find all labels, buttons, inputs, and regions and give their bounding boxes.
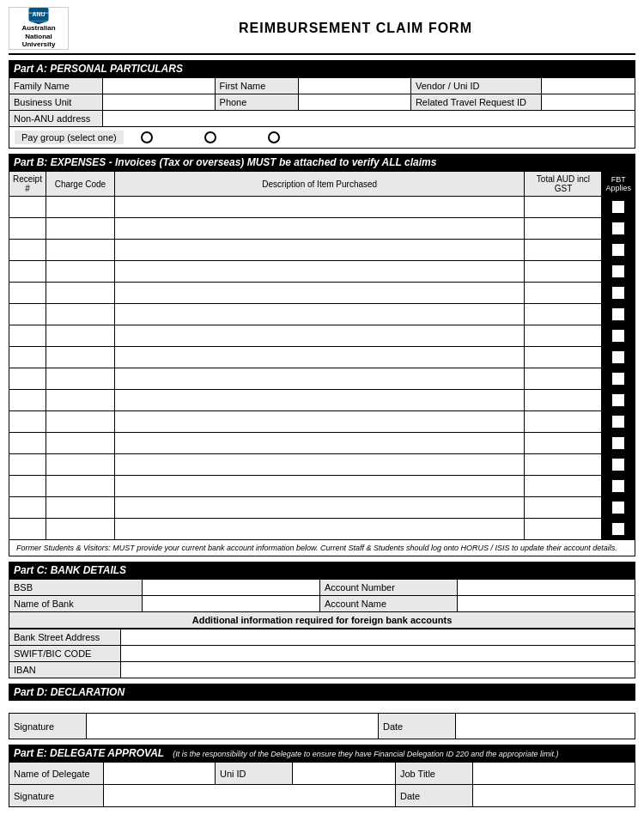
expense-description[interactable] — [114, 519, 525, 540]
expense-total[interactable] — [525, 390, 602, 411]
expense-charge-code[interactable] — [46, 497, 114, 519]
expense-total[interactable] — [525, 433, 602, 454]
expense-receipt-num[interactable] — [9, 433, 46, 454]
expense-description[interactable] — [114, 197, 525, 218]
expense-charge-code[interactable] — [46, 240, 114, 261]
iban-value[interactable] — [121, 662, 635, 678]
expense-fbt-checkbox[interactable] — [611, 458, 625, 471]
expense-receipt-num[interactable] — [9, 347, 46, 368]
first-name-value[interactable] — [299, 78, 411, 94]
expense-receipt-num[interactable] — [9, 197, 46, 218]
expense-fbt-checkbox[interactable] — [611, 222, 625, 235]
expense-charge-code[interactable] — [46, 283, 114, 304]
account-number-value[interactable] — [458, 580, 635, 596]
expense-fbt-checkbox[interactable] — [611, 350, 625, 364]
uni-id-value[interactable] — [293, 763, 396, 785]
expense-fbt-checkbox[interactable] — [611, 372, 625, 386]
delegate-signature-value[interactable] — [104, 785, 396, 807]
expense-total[interactable] — [525, 347, 602, 368]
expense-description[interactable] — [114, 240, 525, 261]
expense-fbt-checkbox[interactable] — [611, 522, 625, 536]
delegate-date-value[interactable] — [473, 785, 635, 807]
name-of-delegate-value[interactable] — [104, 763, 216, 785]
non-anu-value[interactable] — [103, 111, 635, 127]
expense-fbt-checkbox[interactable] — [611, 501, 625, 514]
radio-option-2[interactable] — [204, 131, 216, 143]
expense-description[interactable] — [114, 283, 525, 304]
expense-total[interactable] — [525, 519, 602, 540]
expense-total[interactable] — [525, 240, 602, 261]
expense-description[interactable] — [114, 454, 525, 476]
vendor-uni-id-value[interactable] — [542, 78, 635, 94]
expense-description[interactable] — [114, 476, 525, 497]
expense-total[interactable] — [525, 261, 602, 283]
expense-receipt-num[interactable] — [9, 325, 46, 347]
account-name-value[interactable] — [458, 596, 635, 612]
job-title-value[interactable] — [473, 763, 635, 785]
expense-fbt-checkbox[interactable] — [611, 436, 625, 450]
bsb-value[interactable] — [143, 580, 320, 596]
date-value[interactable] — [456, 714, 635, 739]
expense-total[interactable] — [525, 283, 602, 304]
phone-value[interactable] — [299, 94, 411, 111]
expense-total[interactable] — [525, 368, 602, 390]
expense-description[interactable] — [114, 261, 525, 283]
expense-total[interactable] — [525, 476, 602, 497]
expense-receipt-num[interactable] — [9, 519, 46, 540]
expense-description[interactable] — [114, 368, 525, 390]
expense-receipt-num[interactable] — [9, 454, 46, 476]
expense-total[interactable] — [525, 325, 602, 347]
expense-fbt-checkbox[interactable] — [611, 243, 625, 257]
radio-option-3[interactable] — [268, 131, 280, 143]
expense-description[interactable] — [114, 411, 525, 433]
expense-description[interactable] — [114, 325, 525, 347]
expense-description[interactable] — [114, 347, 525, 368]
expense-fbt-checkbox[interactable] — [611, 393, 625, 407]
expense-charge-code[interactable] — [46, 390, 114, 411]
expense-fbt-checkbox[interactable] — [611, 264, 625, 278]
expense-fbt-checkbox[interactable] — [611, 415, 625, 429]
expense-fbt-checkbox[interactable] — [611, 479, 625, 493]
swift-value[interactable] — [121, 646, 635, 662]
expense-receipt-num[interactable] — [9, 283, 46, 304]
expense-charge-code[interactable] — [46, 261, 114, 283]
expense-charge-code[interactable] — [46, 304, 114, 325]
radio-option-1[interactable] — [141, 131, 153, 143]
bank-street-value[interactable] — [121, 629, 635, 646]
expense-total[interactable] — [525, 218, 602, 240]
expense-description[interactable] — [114, 390, 525, 411]
related-travel-value[interactable] — [542, 94, 635, 111]
expense-charge-code[interactable] — [46, 218, 114, 240]
expense-receipt-num[interactable] — [9, 476, 46, 497]
expense-receipt-num[interactable] — [9, 390, 46, 411]
expense-description[interactable] — [114, 304, 525, 325]
expense-charge-code[interactable] — [46, 197, 114, 218]
expense-total[interactable] — [525, 304, 602, 325]
business-unit-value[interactable] — [103, 94, 216, 111]
expense-fbt-checkbox[interactable] — [611, 286, 625, 300]
expense-description[interactable] — [114, 218, 525, 240]
name-of-bank-value[interactable] — [143, 596, 320, 612]
family-name-value[interactable] — [103, 78, 216, 94]
expense-description[interactable] — [114, 433, 525, 454]
expense-total[interactable] — [525, 411, 602, 433]
expense-total[interactable] — [525, 497, 602, 519]
expense-receipt-num[interactable] — [9, 497, 46, 519]
expense-charge-code[interactable] — [46, 519, 114, 540]
expense-receipt-num[interactable] — [9, 240, 46, 261]
expense-description[interactable] — [114, 497, 525, 519]
expense-receipt-num[interactable] — [9, 368, 46, 390]
expense-fbt-checkbox[interactable] — [611, 200, 625, 214]
signature-value[interactable] — [87, 714, 379, 739]
expense-charge-code[interactable] — [46, 411, 114, 433]
expense-receipt-num[interactable] — [9, 218, 46, 240]
expense-receipt-num[interactable] — [9, 261, 46, 283]
expense-charge-code[interactable] — [46, 433, 114, 454]
expense-total[interactable] — [525, 197, 602, 218]
expense-fbt-checkbox[interactable] — [611, 329, 625, 343]
expense-total[interactable] — [525, 454, 602, 476]
expense-fbt-checkbox[interactable] — [611, 307, 625, 321]
expense-receipt-num[interactable] — [9, 304, 46, 325]
expense-receipt-num[interactable] — [9, 411, 46, 433]
expense-charge-code[interactable] — [46, 368, 114, 390]
